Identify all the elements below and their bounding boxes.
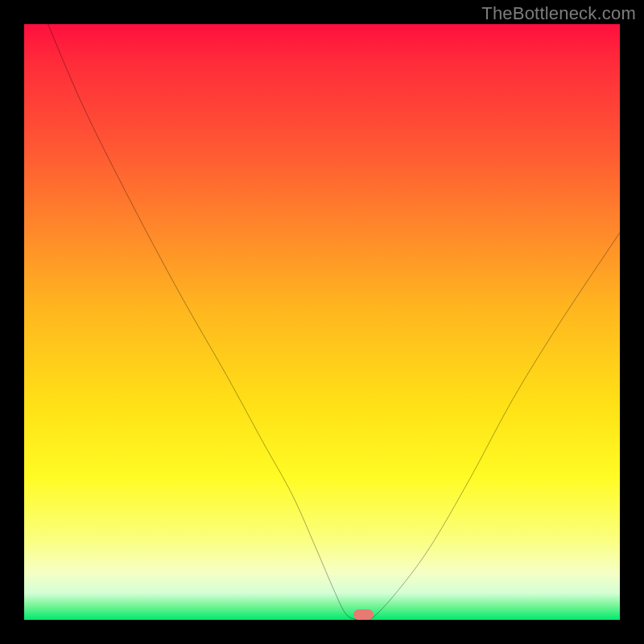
chart-frame: TheBottleneck.com (0, 0, 644, 644)
bottleneck-curve (24, 24, 620, 620)
optimal-marker (353, 609, 374, 620)
plot-area (24, 24, 620, 620)
watermark-text: TheBottleneck.com (481, 3, 636, 24)
